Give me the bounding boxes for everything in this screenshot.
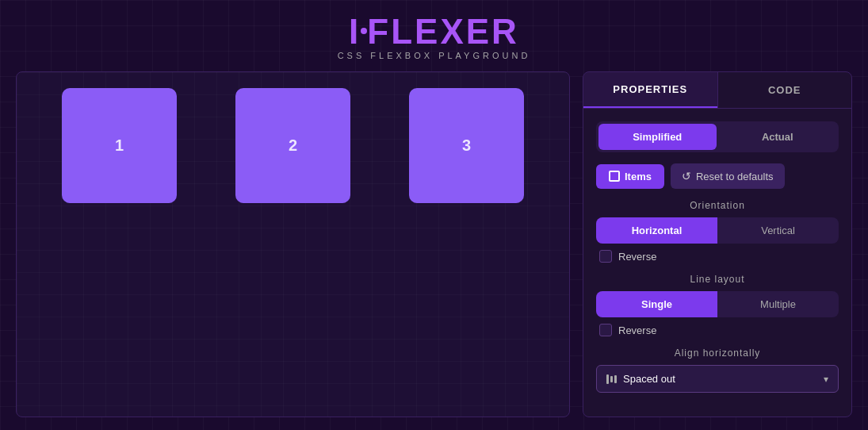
- items-icon: [609, 171, 620, 182]
- line-layout-label: Line layout: [596, 274, 839, 285]
- align-horizontally-dropdown[interactable]: Spaced out ▾: [596, 365, 839, 393]
- align-icon: [606, 374, 617, 384]
- tab-code[interactable]: CODE: [718, 72, 852, 108]
- reset-button[interactable]: ↺ Reset to defaults: [671, 163, 785, 189]
- orientation-section: Orientation Horizontal Vertical Reverse: [596, 200, 839, 263]
- actual-btn[interactable]: Actual: [719, 124, 837, 150]
- items-button[interactable]: Items: [596, 164, 664, 189]
- tab-content: Simplified Actual Items ↺ Reset to defau…: [583, 109, 851, 405]
- line-layout-multiple-btn[interactable]: Multiple: [717, 291, 839, 317]
- line-layout-single-btn[interactable]: Single: [596, 291, 717, 317]
- flex-item-2: 2: [235, 88, 350, 203]
- bar3: [614, 375, 617, 383]
- align-horizontally-label: Align horizontally: [596, 347, 839, 359]
- line-layout-reverse-row: Reverse: [596, 324, 839, 336]
- orientation-reverse-checkbox[interactable]: [599, 250, 612, 263]
- preview-area: 1 2 3: [16, 71, 570, 417]
- simplified-btn[interactable]: Simplified: [598, 124, 717, 150]
- orientation-horizontal-btn[interactable]: Horizontal: [596, 217, 717, 244]
- orientation-label: Orientation: [596, 200, 839, 211]
- chevron-down-icon: ▾: [824, 374, 828, 385]
- bar2: [610, 376, 613, 382]
- main-content: 1 2 3 PROPERTIES CODE Simplified: [0, 71, 868, 430]
- tab-bar: PROPERTIES CODE: [583, 72, 851, 109]
- line-layout-options: Single Multiple: [596, 291, 839, 317]
- orientation-vertical-btn[interactable]: Vertical: [717, 217, 839, 244]
- bar1: [606, 374, 609, 384]
- subtitle: CSS FLEXBOX PLAYGROUND: [338, 51, 531, 60]
- tab-properties[interactable]: PROPERTIES: [583, 72, 717, 108]
- line-layout-reverse-checkbox[interactable]: [599, 324, 612, 336]
- align-horizontally-dropdown-wrapper: Spaced out ▾: [596, 365, 839, 393]
- header: IFLEXER CSS FLEXBOX PLAYGROUND: [338, 0, 531, 71]
- orientation-group: Horizontal Vertical: [596, 217, 839, 244]
- line-layout-reverse-label: Reverse: [618, 324, 656, 336]
- orientation-reverse-label: Reverse: [618, 251, 656, 263]
- orientation-options: Horizontal Vertical: [596, 217, 839, 244]
- orientation-reverse-row: Reverse: [596, 250, 839, 263]
- line-layout-group: Single Multiple: [596, 291, 839, 317]
- reset-icon: ↺: [682, 170, 691, 182]
- simplified-actual-toggle: Simplified Actual: [596, 121, 839, 152]
- flex-item-1: 1: [62, 88, 177, 203]
- line-layout-section: Line layout Single Multiple Reverse: [596, 274, 839, 336]
- properties-panel: PROPERTIES CODE Simplified Actual Items: [583, 71, 852, 417]
- logo-dot: [361, 28, 367, 34]
- flex-item-3: 3: [409, 88, 524, 203]
- action-row: Items ↺ Reset to defaults: [596, 163, 839, 189]
- align-horizontally-section: Align horizontally Spaced out ▾: [596, 347, 839, 393]
- dropdown-value: Spaced out: [623, 373, 817, 385]
- logo: IFLEXER: [349, 14, 519, 49]
- app-container: IFLEXER CSS FLEXBOX PLAYGROUND 1 2 3 PRO…: [0, 0, 868, 430]
